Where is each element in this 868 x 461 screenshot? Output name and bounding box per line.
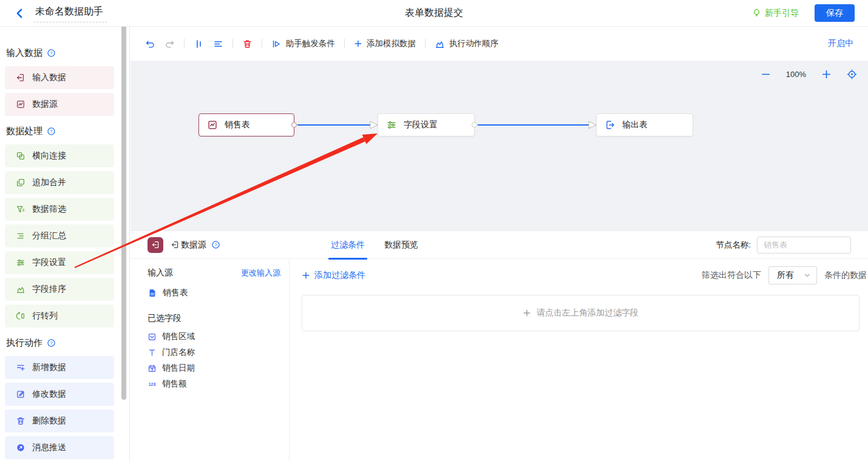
sidebar-item[interactable]: 输入数据 <box>5 66 114 89</box>
svg-text:?: ? <box>50 340 53 346</box>
chevron-down-icon <box>804 272 811 279</box>
question-icon[interactable]: ? <box>47 49 56 58</box>
add-filter-label: 添加过滤条件 <box>314 270 365 281</box>
section-header: 输入数据? <box>6 47 129 59</box>
row-to-col-icon <box>16 311 25 321</box>
sidebar-item[interactable]: 删除数据 <box>5 409 114 432</box>
node-name-group: 节点名称: <box>716 237 851 254</box>
section-title: 数据处理 <box>6 126 42 137</box>
panel-header: 数据源 ? 过滤条件数据预览 节点名称: <box>131 231 868 259</box>
sidebar-item[interactable]: 消息推送 <box>5 436 114 459</box>
assistant-title[interactable]: 未命名数据助手 <box>34 4 107 22</box>
redo-icon[interactable] <box>164 39 175 49</box>
field-label: 销售区域 <box>162 331 195 342</box>
question-icon[interactable]: ? <box>211 240 220 249</box>
trigger-condition-button[interactable]: 助手触发条件 <box>271 38 335 49</box>
sidebar-item[interactable]: 修改数据 <box>5 383 114 406</box>
question-icon[interactable]: ? <box>47 127 56 136</box>
sidebar-item[interactable]: 分组汇总 <box>5 224 114 247</box>
change-source-link[interactable]: 更改输入源 <box>241 268 280 278</box>
toolbar-divider <box>232 39 233 49</box>
sidebar-item[interactable]: 字段排序 <box>5 278 114 301</box>
node-out-connector[interactable] <box>472 123 477 128</box>
chart-order-icon <box>435 39 445 49</box>
import-icon <box>171 240 180 249</box>
panel-tabs: 过滤条件数据预览 <box>331 231 418 259</box>
field-label: 销售日期 <box>162 363 195 374</box>
align-vertical-icon[interactable] <box>194 39 204 49</box>
beginner-guide-button[interactable]: 新手引导 <box>752 8 799 19</box>
delete-node-icon[interactable] <box>242 39 253 49</box>
append-merge-icon <box>16 178 25 187</box>
flow-node-label: 字段设置 <box>404 119 438 130</box>
add-filter-button[interactable]: 添加过滤条件 <box>302 270 365 281</box>
section-header: 执行动作? <box>6 337 129 349</box>
sidebar-item[interactable]: 横向连接 <box>5 144 114 167</box>
panel-body: 输入源 更改输入源 销售表 已选字段 销售区域门店名称销售日期123销售额 添加… <box>131 259 868 461</box>
node-out-connector[interactable] <box>291 123 297 128</box>
topbar-right: 新手引导 保存 <box>752 4 855 22</box>
panel-source-title: 数据源 <box>181 240 206 251</box>
action-order-label: 执行动作顺序 <box>449 38 498 49</box>
sidebar-item-label: 删除数据 <box>32 416 66 426</box>
svg-text:?: ? <box>50 50 53 56</box>
play-icon <box>271 39 282 49</box>
flow-node[interactable]: 字段设置 <box>378 113 475 136</box>
zoom-level: 100% <box>786 70 806 79</box>
sidebar-item-label: 新增数据 <box>32 362 66 373</box>
node-name-input[interactable] <box>757 237 851 254</box>
back-icon[interactable] <box>13 7 25 19</box>
sidebar-item[interactable]: 行转列 <box>5 305 114 328</box>
flow-edges <box>131 61 868 231</box>
source-table-item[interactable]: 销售表 <box>147 288 280 298</box>
tab-active[interactable]: 过滤条件 <box>331 231 365 259</box>
undo-icon[interactable] <box>145 39 155 49</box>
tab-inactive[interactable]: 数据预览 <box>384 231 418 259</box>
action-order-button[interactable]: 执行动作顺序 <box>435 38 498 49</box>
toolbar-divider <box>262 39 262 49</box>
sidebar-item[interactable]: 追加合并 <box>5 171 114 194</box>
add-mock-data-label: 添加模拟数据 <box>367 38 416 49</box>
sidebar-item[interactable]: 字段设置 <box>5 251 114 274</box>
align-horizontal-icon[interactable] <box>213 39 223 49</box>
sidebar-item-label: 修改数据 <box>32 389 66 400</box>
input-source-column: 输入源 更改输入源 销售表 已选字段 销售区域门店名称销售日期123销售额 <box>131 259 290 461</box>
bulb-icon <box>752 8 761 18</box>
match-mode-select[interactable]: 所有 <box>768 266 817 284</box>
field-label: 门店名称 <box>162 347 195 358</box>
match-prefix: 筛选出符合以下 <box>702 270 761 281</box>
svg-text:?: ? <box>214 242 217 247</box>
data-source-icon <box>16 99 25 109</box>
filter-empty-state: 请点击左上角添加过滤字段 <box>302 295 860 331</box>
sidebar-item[interactable]: 数据筛选 <box>5 198 114 221</box>
node-name-label: 节点名称: <box>716 240 751 251</box>
zoom-in-icon[interactable] <box>821 69 832 79</box>
plus-icon <box>354 39 362 48</box>
status-enabled-link[interactable]: 开启中 <box>828 38 853 49</box>
text-field-icon <box>147 348 157 357</box>
page-title: 表单数据提交 <box>405 7 463 19</box>
save-button[interactable]: 保存 <box>815 4 855 22</box>
zoom-out-icon[interactable] <box>761 69 771 79</box>
guide-label: 新手引导 <box>765 8 799 19</box>
group-summary-icon <box>16 231 25 241</box>
h-join-icon <box>16 151 25 161</box>
add-mock-data-button[interactable]: 添加模拟数据 <box>354 38 416 49</box>
sidebar-item[interactable]: 数据源 <box>5 93 114 116</box>
sidebar-item[interactable]: 新增数据 <box>5 356 114 379</box>
flow-node[interactable]: 输出表 <box>596 113 693 136</box>
sidebar-scrollbar[interactable] <box>121 19 126 400</box>
flow-canvas[interactable]: 销售表字段设置输出表 100% <box>131 61 868 231</box>
zoom-controls: 100% <box>761 69 857 79</box>
document-icon <box>147 288 157 298</box>
question-icon[interactable]: ? <box>47 338 56 348</box>
date-field-icon <box>147 364 157 373</box>
sidebar-item-label: 消息推送 <box>32 442 66 453</box>
match-suffix: 条件的数据 <box>824 270 867 281</box>
filter-empty-text: 请点击左上角添加过滤字段 <box>537 308 639 318</box>
locate-icon[interactable] <box>847 69 857 79</box>
content: 助手触发条件 添加模拟数据 执行动作顺序 开启中 销售表字段设置输出表 100% <box>131 27 868 461</box>
flow-node[interactable]: 销售表 <box>198 113 294 136</box>
match-mode-value: 所有 <box>777 270 794 281</box>
field-row: 123销售额 <box>147 376 280 392</box>
